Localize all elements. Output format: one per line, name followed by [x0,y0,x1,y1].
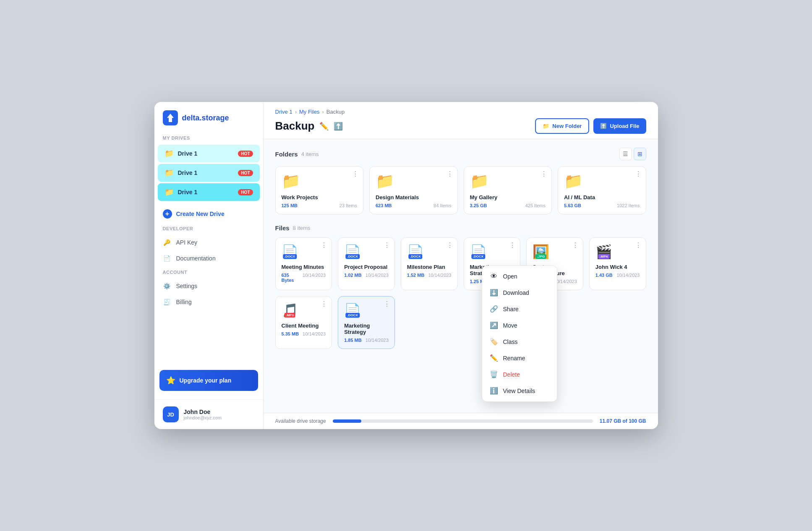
sidebar-item-settings[interactable]: ⚙️ Settings [163,278,255,294]
upload-file-button[interactable]: ⬆️ Upload File [593,118,646,134]
file-card-1[interactable]: ⋮ 📄 .DOCX Project Proposal 1.02 MB 10/14… [338,237,395,290]
context-menu-class[interactable]: 🏷️ Class [482,333,557,350]
file-icon-area-0: 📄 .DOCX [282,244,298,260]
file-menu-3[interactable]: ⋮ [509,242,516,249]
context-menu-share[interactable]: 🔗 Share [482,301,557,317]
download-icon: ⬇️ [490,289,498,297]
files-title: Files 8 items [275,224,311,232]
file-menu-5[interactable]: ⋮ [635,242,642,249]
drive-label-2: Drive 1 [178,169,234,176]
folder-icon-0: 📁 [282,172,358,190]
user-email: johndoe@xyz.com [184,415,222,420]
drive-label-3: Drive 1 [178,189,234,195]
context-menu-view-details[interactable]: ℹ️ View Details [482,383,557,399]
file-date-0: 10/14/2023 [303,273,326,283]
drive-item-3[interactable]: 📁 Drive 1 HOT [158,183,260,201]
sidebar-item-api-key[interactable]: 🔑 API Key [163,234,255,250]
create-new-label: Create New Drive [176,211,225,217]
folders-grid: ⋮ 📁 Work Projects 125 MB 23 Items ⋮ 📁 De… [275,166,646,214]
file-menu-7[interactable]: ⋮ [384,301,390,307]
share-icon[interactable]: ⬆️ [334,122,343,131]
context-menu-delete[interactable]: 🗑️ Delete [482,366,557,383]
folder-name-3: AI / ML Data [564,194,640,200]
account-label: Account [154,270,263,278]
file-badge-6: .MP3 [284,313,295,318]
upload-label: Upload File [610,123,639,129]
files-grid: ⋮ 📄 .DOCX Meeting Minutes 635 Bytes 10/1… [275,237,646,290]
star-icon: ⭐ [166,376,175,385]
files-grid-row2: ⋮ 🎵 .MP3 Client Meeting 5.35 MB 10/14/20… [275,296,646,349]
file-menu-0[interactable]: ⋮ [321,242,327,249]
folder-card-3[interactable]: ⋮ 📁 AI / ML Data 5.63 GB 1022 Items [558,166,646,214]
storage-bar-area: Available drive storage 11.07 GB of 100 … [264,413,658,429]
context-menu-rename[interactable]: ✏️ Rename [482,350,557,366]
file-card-7[interactable]: ⋮ 📄 .DOCX Marketing Strategy 1.85 MB 10/… [338,296,395,349]
sidebar-item-billing[interactable]: 🧾 Billing [163,294,255,310]
page-title: Backup ✏️ ⬆️ [275,120,343,133]
file-meta-0: 635 Bytes 10/14/2023 [282,273,326,283]
file-menu-2[interactable]: ⋮ [446,242,453,249]
folder-card-0[interactable]: ⋮ 📁 Work Projects 125 MB 23 Items [275,166,364,214]
context-menu-open[interactable]: 👁 Open [482,268,557,284]
drive-item-1[interactable]: 📁 Drive 1 HOT [158,145,260,162]
storage-used: 11.07 GB of 100 GB [600,418,646,424]
billing-label: Billing [176,299,192,305]
upgrade-label: Upgrade your plan [180,377,232,384]
rename-icon: ✏️ [490,354,498,362]
class-icon: 🏷️ [490,338,498,346]
upgrade-banner[interactable]: ⭐ Upgrade your plan [159,370,258,391]
file-meta-5: 1.43 GB 10/14/2023 [595,273,640,278]
ctx-open-label: Open [503,273,517,280]
file-name-6: Client Meeting [282,323,326,329]
new-folder-button[interactable]: 📁 New Folder [535,118,589,134]
file-browser: Folders 4 items ☰ ⊞ ⋮ 📁 Work Projects 12… [264,139,658,413]
list-view-button[interactable]: ☰ [619,148,632,160]
file-menu-6[interactable]: ⋮ [321,301,327,307]
folder-menu-1[interactable]: ⋮ [446,171,453,177]
developer-label: Developer [154,226,263,234]
avatar: JD [163,406,179,422]
file-date-6: 10/14/2023 [303,331,326,336]
file-menu-1[interactable]: ⋮ [384,242,390,249]
sidebar-item-documentation[interactable]: 📄 Documentation [163,250,255,266]
grid-view-button[interactable]: ⊞ [634,148,646,160]
breadcrumb-drive1[interactable]: Drive 1 [275,109,292,115]
context-menu-download[interactable]: ⬇️ Download [482,284,557,301]
file-card-5[interactable]: ⋮ 🎬 .MP4 John Wick 4 1.43 GB 10/14/2023 [589,237,646,290]
file-icon-area-7: 📄 .DOCX [344,302,361,318]
edit-icon[interactable]: ✏️ [319,122,329,131]
storage-bar [333,419,593,423]
file-card-0[interactable]: ⋮ 📄 .DOCX Meeting Minutes 635 Bytes 10/1… [275,237,332,290]
ctx-delete-label: Delete [503,371,520,378]
drive-folder-icon-1: 📁 [164,149,174,158]
drive-label-1: Drive 1 [178,150,234,157]
file-badge-0: .DOCX [283,254,297,259]
upload-icon: ⬆️ [600,123,607,129]
breadcrumb: Drive 1 › My Files › Backup [275,109,646,115]
context-menu-move[interactable]: ↗️ Move [482,317,557,333]
folder-items-3: 1022 Items [617,203,640,208]
settings-label: Settings [176,283,198,289]
doc-icon: 📄 [163,254,171,263]
page-title-row: Backup ✏️ ⬆️ 📁 New Folder ⬆️ Upload File [275,118,646,134]
breadcrumb-myfiles[interactable]: My Files [299,109,319,115]
share-ctx-icon: 🔗 [490,305,498,313]
create-new-icon: + [163,209,172,219]
breadcrumb-backup: Backup [326,109,345,115]
folder-menu-0[interactable]: ⋮ [352,171,359,177]
file-card-2[interactable]: ⋮ 📄 .DOCX Milestone Plan 1.52 MB 10/14/2… [401,237,458,290]
folder-menu-2[interactable]: ⋮ [540,171,547,177]
file-icon-area-5: 🎬 .MP4 [595,244,612,260]
folder-menu-3[interactable]: ⋮ [635,171,642,177]
drive-folder-icon-2: 📁 [164,168,174,177]
file-name-2: Milestone Plan [407,264,452,270]
file-card-6[interactable]: ⋮ 🎵 .MP3 Client Meeting 5.35 MB 10/14/20… [275,296,332,349]
view-toggle: ☰ ⊞ [619,148,646,160]
folder-meta-1: 623 MB 84 Items [376,203,452,208]
file-menu-4[interactable]: ⋮ [572,242,579,249]
create-new-drive-button[interactable]: + Create New Drive [154,205,263,223]
folder-card-1[interactable]: ⋮ 📁 Design Materials 623 MB 84 Items [369,166,458,214]
drive-item-2[interactable]: 📁 Drive 1 HOT [158,164,260,182]
folder-card-2[interactable]: ⋮ 📁 My Gallery 3.25 GB 425 Items [464,166,552,214]
ctx-view-details-label: View Details [503,388,535,394]
